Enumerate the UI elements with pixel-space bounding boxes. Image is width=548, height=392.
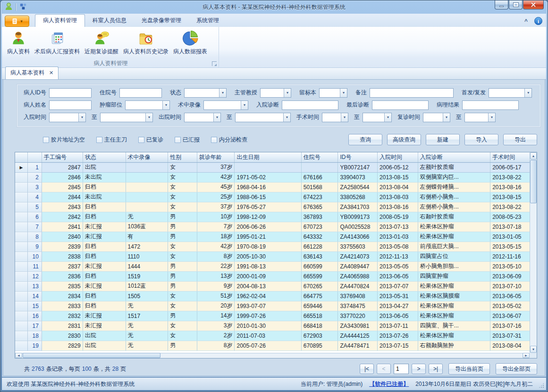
grid-cell[interactable]: 女 (168, 242, 197, 251)
grid-cell[interactable]: 松果体区脑膜瘤 (418, 291, 490, 301)
grid-cell[interactable]: 2013-08-22 (490, 202, 532, 212)
grid-cell[interactable]: 1517 (126, 311, 168, 321)
filter-text-input[interactable] (50, 101, 91, 109)
chevron-down-icon[interactable]: ▾ (488, 113, 495, 122)
grid-cell[interactable]: 1110 (126, 251, 168, 261)
filter-input[interactable] (49, 100, 92, 110)
grid-cell[interactable]: 男 (168, 281, 197, 291)
grid-cell[interactable]: 2013-08-22 (490, 172, 532, 182)
chevron-down-icon[interactable]: ▾ (78, 113, 85, 122)
filter-text-input[interactable] (120, 89, 161, 97)
grid-cell[interactable]: 660599 (301, 261, 338, 271)
grid-cell[interactable]: 2837 (42, 261, 83, 271)
info-icon[interactable]: i (534, 17, 542, 25)
grid-cell[interactable]: 双侧脑室内巨... (418, 172, 490, 182)
horizontal-scroll-thumb[interactable] (23, 353, 160, 358)
chevron-down-icon[interactable]: ▾ (443, 113, 450, 122)
grid-cell[interactable]: 归档 (83, 251, 126, 261)
grid-cell[interactable] (126, 202, 168, 212)
filter-input[interactable] (119, 88, 162, 98)
grid-cell[interactable]: 2000-01-09 (235, 271, 301, 281)
column-header-10[interactable]: 入院诊断 (418, 152, 490, 162)
grid-cell[interactable]: 665599 (301, 271, 338, 281)
table-row[interactable]: 92839归档1472女42岁1970-08-19661228337556032… (15, 242, 532, 251)
grid-cell[interactable]: 2013-07-07 (378, 281, 418, 291)
grid-cell[interactable]: 2013-07-26 (378, 331, 418, 341)
grid-cell[interactable]: ZA4444125 (338, 331, 378, 341)
chevron-down-icon[interactable]: ▾ (241, 101, 248, 109)
grid-cell[interactable]: 2831 (42, 321, 83, 331)
export-current-page-button[interactable]: 导出当前页 (448, 363, 490, 375)
grid-cell[interactable]: 2013-07-10 (490, 281, 532, 291)
grid-cell[interactable]: 1519 (126, 271, 168, 281)
scroll-left-icon[interactable]: ◄ (15, 353, 22, 358)
grid-cell[interactable]: 四脑室、脑干... (418, 321, 490, 331)
grid-cell[interactable]: 出院 (83, 162, 126, 172)
filter-input[interactable] (49, 88, 92, 98)
grid-cell[interactable]: 2006-05-12 (378, 162, 418, 172)
grid-cell[interactable]: 松果体区肿瘤 (418, 311, 490, 321)
grid-cell[interactable]: 女 (168, 192, 197, 202)
grid-cell[interactable]: 2013-05-15 (490, 242, 532, 251)
quick-access-icon[interactable] (19, 2, 27, 12)
grid-cell[interactable]: 2838 (42, 251, 83, 261)
grid-cell[interactable]: 367893 (301, 212, 338, 222)
ribbon-button-4[interactable]: 病人资料历史记录 (121, 29, 171, 57)
chevron-down-icon[interactable]: ▾ (341, 113, 348, 122)
grid-cell[interactable]: 1505 (126, 291, 168, 301)
column-header-5[interactable]: 就诊年龄 (197, 152, 235, 162)
grid-cell[interactable] (126, 182, 168, 192)
grid-cell[interactable]: 2013-05-08 (378, 242, 418, 251)
grid-cell[interactable]: 18岁 (197, 232, 235, 242)
grid-cell[interactable]: 2005-10-30 (235, 251, 301, 261)
grid-cell[interactable]: 女 (168, 291, 197, 301)
grid-cell[interactable]: 无 (126, 212, 168, 222)
grid-cell[interactable]: 2839 (42, 242, 83, 251)
grid-cell[interactable]: 2829 (42, 341, 83, 350)
grid-cell[interactable]: 2013-08-04 (490, 341, 532, 350)
grid-cell[interactable]: 51岁 (197, 291, 235, 301)
checkbox-icon[interactable] (175, 137, 181, 143)
chevron-down-icon[interactable]: ▾ (213, 113, 220, 122)
collapse-ribbon-icon[interactable]: ^ (522, 18, 531, 25)
grid-cell[interactable]: 松果体区肿瘤 (418, 222, 490, 232)
grid-cell[interactable]: 2832 (42, 311, 83, 321)
filter-text-input[interactable] (363, 113, 384, 122)
checkbox-1[interactable]: 胶片地址为空 (43, 136, 85, 144)
grid-cell[interactable]: 未汇报 (83, 222, 126, 232)
table-row[interactable]: 62842归档无男10岁1998-12-09367893YB0099173200… (15, 212, 532, 222)
grid-cell[interactable]: ZA4470824 (338, 281, 378, 291)
grid-cell[interactable]: 男 (168, 261, 197, 271)
grid-cell[interactable]: 2836 (42, 271, 83, 281)
filter-text-input[interactable] (126, 101, 162, 109)
filter-combobox[interactable]: ▾ (49, 113, 86, 122)
grid-cell[interactable]: ZA3430981 (338, 321, 378, 331)
grid-cell[interactable]: ZA2580544 (338, 182, 378, 192)
grid-cell[interactable]: 2013-05-02 (490, 301, 532, 311)
filter-text-input[interactable] (423, 113, 443, 122)
grid-cell[interactable]: ZA4143066 (338, 232, 378, 242)
table-row[interactable]: 132835未汇报1012蓝男9岁2004-08-13670265ZA44708… (15, 281, 532, 291)
grid-cell[interactable]: 2013-06-09 (490, 271, 532, 281)
grid-cell[interactable]: ZA4214073 (338, 251, 378, 261)
filter-combobox[interactable]: ▾ (423, 113, 450, 122)
grid-cell[interactable]: 2006-05-17 (490, 162, 532, 172)
filter-combobox[interactable]: ▾ (322, 113, 348, 122)
table-row[interactable]: 182830出院无女2岁2011-07-03672903ZA4444125201… (15, 331, 532, 341)
grid-cell[interactable]: 无 (126, 321, 168, 331)
action-button-4[interactable]: 导入 (464, 134, 498, 145)
grid-cell[interactable]: 右侧桥小脑角... (418, 192, 490, 202)
grid-cell[interactable]: 7岁 (197, 222, 235, 232)
grid-cell[interactable]: 670895 (301, 341, 338, 350)
filter-combobox[interactable]: ▾ (363, 113, 392, 122)
grid-cell[interactable]: 1971-05-02 (235, 172, 301, 182)
grid-cell[interactable]: 四脑室肿瘤 (418, 271, 490, 281)
filter-text-input[interactable] (320, 89, 340, 97)
filter-input[interactable] (372, 100, 429, 110)
table-row[interactable]: 162832未汇报1517男14岁1999-07-266655183377022… (15, 311, 532, 321)
grid-cell[interactable]: 33755603 (338, 242, 378, 251)
horizontal-scrollbar[interactable]: ◄ ► (15, 353, 530, 358)
filter-text-input[interactable] (282, 101, 338, 109)
grid-cell[interactable]: 665518 (301, 311, 338, 321)
ribbon-tab-1[interactable]: 病人资料管理 (35, 14, 85, 27)
